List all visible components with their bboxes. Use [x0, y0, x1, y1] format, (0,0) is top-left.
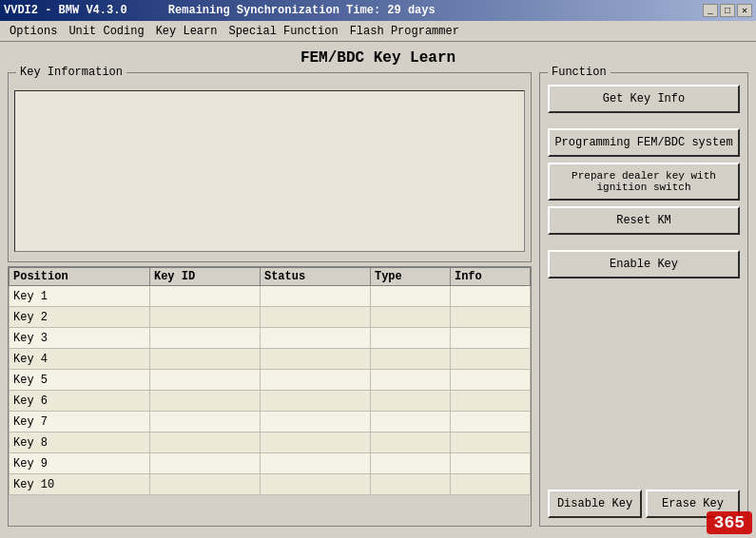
- reset-km-button[interactable]: Reset KM: [548, 206, 740, 235]
- left-panel: Key Information Position Key ID Status T…: [8, 72, 532, 527]
- table-row: Key 9: [10, 453, 531, 474]
- dealer-key-button[interactable]: Prepare dealer key with ignition switch: [548, 163, 740, 201]
- cell-r6-c3: [370, 412, 450, 432]
- cell-r3-c1: [149, 349, 260, 370]
- cell-r8-c1: [149, 453, 260, 474]
- cell-r3-c2: [260, 349, 370, 370]
- cell-r0-c4: [450, 286, 530, 307]
- table-row: Key 7: [10, 412, 531, 432]
- col-info: Info: [450, 268, 530, 286]
- table-row: Key 6: [10, 391, 531, 412]
- key-information-legend: Key Information: [16, 66, 126, 79]
- table-row: Key 2: [10, 307, 531, 328]
- disable-key-button[interactable]: Disable Key: [548, 490, 642, 518]
- cell-r8-c0: Key 9: [10, 453, 150, 474]
- cell-r5-c4: [450, 391, 530, 412]
- enable-key-button[interactable]: Enable Key: [548, 250, 740, 279]
- watermark: 365: [707, 511, 752, 534]
- keys-table-element: Position Key ID Status Type Info Key 1Ke…: [9, 267, 531, 495]
- cell-r0-c2: [260, 286, 370, 307]
- col-type: Type: [370, 268, 450, 286]
- cell-r0-c3: [370, 286, 450, 307]
- cell-r7-c0: Key 8: [10, 432, 150, 453]
- function-legend: Function: [548, 66, 611, 79]
- cell-r6-c1: [149, 412, 260, 432]
- key-info-textarea[interactable]: [14, 90, 525, 252]
- programming-button[interactable]: Programming FEM/BDC system: [548, 128, 740, 157]
- table-row: Key 5: [10, 370, 531, 391]
- maximize-button[interactable]: □: [720, 4, 735, 17]
- table-header-row: Position Key ID Status Type Info: [10, 268, 531, 286]
- cell-r6-c0: Key 7: [10, 412, 150, 432]
- col-status: Status: [260, 268, 370, 286]
- cell-r6-c2: [260, 412, 370, 432]
- app-title: VVDI2 - BMW V4.3.0: [4, 4, 127, 17]
- cell-r9-c0: Key 10: [10, 474, 150, 495]
- cell-r4-c2: [260, 370, 370, 391]
- minimize-button[interactable]: _: [703, 4, 718, 17]
- col-key-id: Key ID: [149, 268, 260, 286]
- cell-r9-c3: [370, 474, 450, 495]
- cell-r1-c4: [450, 307, 530, 328]
- cell-r0-c0: Key 1: [10, 286, 150, 307]
- cell-r0-c1: [149, 286, 260, 307]
- key-information-group: Key Information: [8, 72, 532, 262]
- cell-r4-c1: [149, 370, 260, 391]
- menu-flash-programmer[interactable]: Flash Programmer: [344, 23, 465, 40]
- cell-r2-c0: Key 3: [10, 328, 150, 349]
- cell-r8-c2: [260, 453, 370, 474]
- cell-r5-c1: [149, 391, 260, 412]
- cell-r9-c2: [260, 474, 370, 495]
- cell-r7-c4: [450, 432, 530, 453]
- cell-r2-c3: [370, 328, 450, 349]
- menu-key-learn[interactable]: Key Learn: [150, 23, 223, 40]
- key-table: Position Key ID Status Type Info Key 1Ke…: [8, 266, 532, 527]
- cell-r1-c3: [370, 307, 450, 328]
- menu-unit-coding[interactable]: Unit Coding: [63, 23, 149, 40]
- cell-r2-c4: [450, 328, 530, 349]
- cell-r3-c3: [370, 349, 450, 370]
- title-bar: VVDI2 - BMW V4.3.0 Remaining Synchroniza…: [0, 0, 756, 21]
- right-panel: Function Get Key Info Programming FEM/BD…: [539, 72, 748, 527]
- cell-r1-c1: [149, 307, 260, 328]
- cell-r2-c2: [260, 328, 370, 349]
- cell-r1-c0: Key 2: [10, 307, 150, 328]
- cell-r5-c3: [370, 391, 450, 412]
- cell-r2-c1: [149, 328, 260, 349]
- cell-r8-c3: [370, 453, 450, 474]
- table-row: Key 4: [10, 349, 531, 370]
- table-row: Key 3: [10, 328, 531, 349]
- cell-r3-c0: Key 4: [10, 349, 150, 370]
- main-content: Key Information Position Key ID Status T…: [0, 72, 756, 534]
- menu-special-function[interactable]: Special Function: [223, 23, 343, 40]
- menu-options[interactable]: Options: [4, 23, 63, 40]
- col-position: Position: [10, 268, 150, 286]
- cell-r4-c4: [450, 370, 530, 391]
- menu-bar: Options Unit Coding Key Learn Special Fu…: [0, 21, 756, 42]
- cell-r9-c1: [149, 474, 260, 495]
- cell-r7-c1: [149, 432, 260, 453]
- cell-r5-c2: [260, 391, 370, 412]
- title-bar-text: VVDI2 - BMW V4.3.0 Remaining Synchroniza…: [4, 4, 436, 17]
- close-button[interactable]: ✕: [737, 4, 752, 17]
- cell-r4-c3: [370, 370, 450, 391]
- cell-r1-c2: [260, 307, 370, 328]
- cell-r8-c4: [450, 453, 530, 474]
- cell-r3-c4: [450, 349, 530, 370]
- get-key-info-button[interactable]: Get Key Info: [548, 85, 740, 113]
- cell-r4-c0: Key 5: [10, 370, 150, 391]
- window-controls: _ □ ✕: [703, 4, 752, 17]
- table-row: Key 10: [10, 474, 531, 495]
- cell-r6-c4: [450, 412, 530, 432]
- function-group: Function Get Key Info Programming FEM/BD…: [539, 72, 748, 527]
- table-row: Key 1: [10, 286, 531, 307]
- cell-r9-c4: [450, 474, 530, 495]
- sync-text: Remaining Synchronization Time: 29 days: [168, 4, 436, 17]
- cell-r5-c0: Key 6: [10, 391, 150, 412]
- cell-r7-c2: [260, 432, 370, 453]
- table-row: Key 8: [10, 432, 531, 453]
- cell-r7-c3: [370, 432, 450, 453]
